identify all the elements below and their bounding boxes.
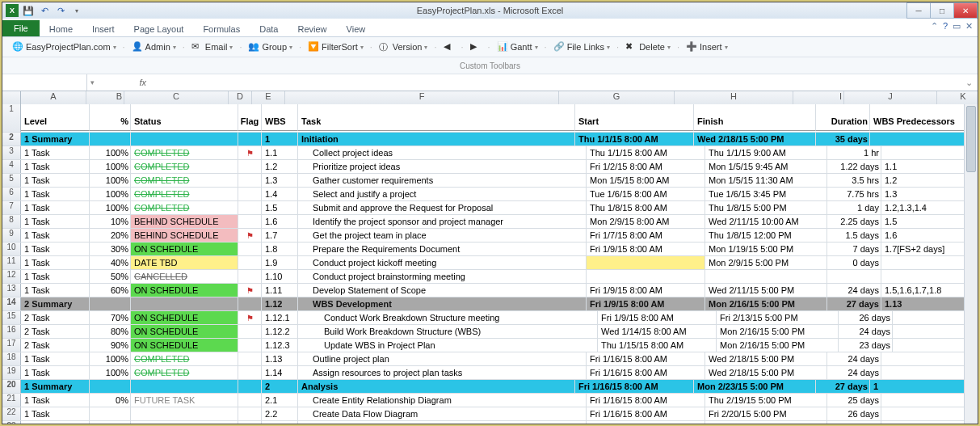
row-header[interactable]: 2: [2, 133, 21, 146]
cell[interactable]: [90, 297, 131, 310]
cell[interactable]: 1.5 days: [827, 229, 881, 242]
cell[interactable]: Mon 2/23/15 5:00 PM: [705, 421, 827, 424]
cell[interactable]: 3.5 hrs: [827, 174, 881, 187]
cell[interactable]: 1 Task: [21, 146, 90, 159]
cell[interactable]: Create Data Flow Diagram: [298, 407, 587, 420]
cell[interactable]: 24 days: [827, 284, 881, 297]
cell[interactable]: COMPLETED: [131, 201, 238, 214]
cell[interactable]: Mon 2/16/15 5:00 PM: [717, 325, 839, 338]
table-row[interactable]: 221 Task2.2Create Data Flow DiagramFri 1…: [2, 407, 978, 421]
row-header[interactable]: 12: [2, 270, 21, 283]
cell[interactable]: 100%: [90, 160, 131, 173]
cell[interactable]: 1.6: [262, 215, 298, 228]
cell[interactable]: Tue 1/6/15 3:45 PM: [705, 188, 827, 200]
cell[interactable]: Update WBS in Project Plan: [298, 339, 598, 352]
cell[interactable]: 35 days: [816, 133, 870, 146]
cell[interactable]: [131, 407, 238, 420]
cell[interactable]: 100%: [90, 188, 131, 200]
column-header-A[interactable]: A: [21, 91, 86, 104]
cell[interactable]: [238, 201, 262, 214]
column-header-F[interactable]: F: [285, 91, 559, 104]
cell[interactable]: Identify the project sponsor and project…: [298, 215, 587, 228]
header-cell-wbs[interactable]: WBS: [262, 104, 298, 131]
cell[interactable]: 27 days: [827, 297, 881, 310]
table-row[interactable]: 111 Task40%DATE TBD1.9Conduct project ki…: [2, 256, 978, 270]
cell[interactable]: [238, 380, 262, 393]
cell[interactable]: 60%: [90, 284, 131, 297]
cell[interactable]: 70%: [90, 311, 131, 324]
table-row[interactable]: 121 Task50%CANCELLED1.10Conduct project …: [2, 270, 978, 284]
cell[interactable]: 25 days: [827, 394, 881, 407]
cell[interactable]: 100%: [90, 174, 131, 187]
cell[interactable]: 1.10: [262, 270, 298, 283]
row-header[interactable]: 9: [2, 229, 21, 242]
cell[interactable]: 1 Task: [21, 256, 90, 269]
table-row[interactable]: 81 Task10%BEHIND SCHEDULE1.6Identify the…: [2, 215, 978, 229]
tab-formulas[interactable]: Formulas: [193, 22, 250, 36]
cell[interactable]: 1 Task: [21, 366, 90, 379]
table-row[interactable]: 162 Task80%ON SCHEDULE1.12.2Build Work B…: [2, 325, 978, 339]
cell[interactable]: FUTURE TASK: [131, 421, 238, 424]
cell[interactable]: 90%: [90, 339, 131, 352]
row-header[interactable]: 6: [2, 188, 21, 200]
cell[interactable]: Prepare the Requirements Document: [298, 243, 587, 255]
cell[interactable]: Fri 1/16/15 8:00 AM: [587, 366, 705, 379]
cell[interactable]: 2 Task: [21, 311, 90, 324]
cell[interactable]: COMPLETED: [131, 174, 238, 187]
tab-file[interactable]: File: [2, 20, 40, 36]
cell[interactable]: 2.3: [262, 421, 298, 424]
cell[interactable]: Thu 1/1/15 8:00 AM: [587, 146, 705, 159]
column-header-G[interactable]: G: [559, 91, 675, 104]
cell[interactable]: Mon 1/5/15 8:00 AM: [587, 174, 705, 187]
cell[interactable]: 1 Task: [21, 243, 90, 255]
cell[interactable]: [131, 297, 238, 310]
toolbar-admin[interactable]: 👤Admin▾: [127, 40, 181, 54]
cell[interactable]: 30%: [90, 243, 131, 255]
cell[interactable]: 1.13: [262, 352, 298, 365]
cell[interactable]: 0%: [90, 421, 131, 424]
column-header-E[interactable]: E: [252, 91, 285, 104]
row-header[interactable]: 18: [2, 352, 21, 365]
cell[interactable]: ⚑: [238, 284, 262, 297]
cell[interactable]: 1.1: [262, 146, 298, 159]
fx-label[interactable]: fx: [98, 78, 151, 87]
cell[interactable]: Conduct project brainstorming meeting: [298, 270, 587, 283]
cell[interactable]: [870, 133, 966, 146]
toolbar-version[interactable]: ⓘVersion▾: [374, 40, 433, 54]
cell[interactable]: [238, 366, 262, 379]
cell[interactable]: Submit and approve the Request for Propo…: [298, 201, 587, 214]
row-header[interactable]: 20: [2, 380, 21, 393]
close-button[interactable]: ✕: [953, 2, 978, 19]
cell[interactable]: COMPLETED: [131, 146, 238, 159]
cell[interactable]: [238, 174, 262, 187]
cell[interactable]: [238, 297, 262, 310]
cell[interactable]: 24 days: [827, 366, 881, 379]
cell[interactable]: Wed 2/18/15 5:00 PM: [705, 352, 827, 365]
table-row[interactable]: 61 Task100%COMPLETED1.4Select and justif…: [2, 188, 978, 201]
ribbon-minimize-icon[interactable]: ⌃: [931, 21, 938, 32]
minimize-button[interactable]: ─: [906, 2, 931, 19]
cell[interactable]: Conduct project kickoff meeting: [298, 256, 587, 269]
cell[interactable]: 0 days: [827, 256, 881, 269]
cell[interactable]: FUTURE TASK: [131, 394, 238, 407]
cell[interactable]: [90, 407, 131, 420]
table-row[interactable]: 191 Task100%COMPLETED1.14Assign resource…: [2, 366, 978, 380]
cell[interactable]: Collect project ideas: [298, 146, 587, 159]
cell[interactable]: COMPLETED: [131, 188, 238, 200]
close-workbook-icon[interactable]: ✕: [965, 21, 973, 32]
cell[interactable]: 1 day: [827, 201, 881, 214]
cell[interactable]: Thu 1/1/15 9:00 AM: [705, 146, 827, 159]
cell[interactable]: Mon 2/23/15 5:00 PM: [694, 380, 816, 393]
cell[interactable]: Fri 1/9/15 8:00 AM: [587, 297, 705, 310]
toolbar-group[interactable]: 👥Group▾: [243, 40, 297, 54]
table-row[interactable]: 21 Summary1InitiationThu 1/1/15 8:00 AMW…: [2, 133, 978, 146]
cell[interactable]: Fri 1/9/15 8:00 AM: [587, 243, 705, 255]
cell[interactable]: Fri 1/16/15 8:00 AM: [587, 352, 705, 365]
cell[interactable]: Fri 1/16/15 8:00 AM: [575, 380, 694, 393]
cell[interactable]: 10%: [90, 215, 131, 228]
cell[interactable]: 2 Task: [21, 325, 90, 338]
cell[interactable]: 1.2: [262, 160, 298, 173]
cell[interactable]: 1 Summary: [21, 380, 90, 393]
cell[interactable]: COMPLETED: [131, 160, 238, 173]
cell[interactable]: Outline project plan: [298, 352, 587, 365]
